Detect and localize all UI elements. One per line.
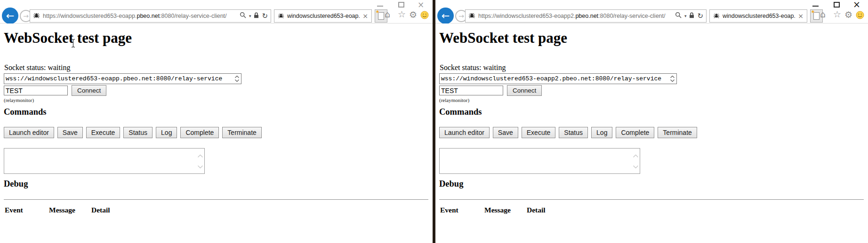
message-textarea[interactable] [439, 148, 640, 174]
refresh-icon[interactable]: ↻ [262, 12, 268, 20]
debug-table-header: Event Message Detail [5, 206, 110, 214]
endpoint-select[interactable]: wss://windowsclustered653-eoapp.pbeo.net… [4, 73, 241, 84]
tab-title: windowsclustered653-eoap... [287, 13, 360, 19]
log-button[interactable]: Log [156, 127, 177, 138]
debug-column-message: Message [49, 206, 91, 214]
browser-tab[interactable]: windowsclustered653-eoap... × [709, 9, 807, 23]
back-arrow-icon: ← [6, 10, 15, 22]
spinner-up-icon [670, 76, 675, 78]
window-maximize-button[interactable] [834, 2, 840, 8]
spinner-down-icon [670, 79, 675, 82]
window-close-button[interactable]: × [853, 0, 860, 9]
tab-favicon-spider-icon [278, 12, 284, 20]
url-path: :8080/relay-service-client/ [598, 13, 665, 19]
debug-table-header: Event Message Detail [440, 206, 546, 214]
site-favicon-spider-icon [33, 12, 40, 21]
url-prefix: https://windowsclustered653- [43, 13, 119, 19]
page-title: WebSocket test page [4, 30, 132, 47]
complete-button[interactable]: Complete [180, 127, 219, 138]
new-tab-star-icon: * [812, 8, 814, 16]
endpoint-select[interactable]: wss://windowsclustered653-eoapp2.pbeo.ne… [439, 73, 677, 84]
launch-editor-button[interactable]: Launch editor [439, 127, 490, 138]
scrollbar-down-icon[interactable] [633, 162, 638, 170]
refresh-icon[interactable]: ↻ [697, 12, 703, 20]
url-highlighted-segment: eoapp2 [554, 13, 574, 19]
back-button[interactable]: ← [2, 8, 18, 24]
command-button-row: Launch editor Save Execute Status Log Co… [439, 127, 697, 138]
url-text[interactable]: https://windowsclustered653-eoapp.pbeo.n… [43, 13, 237, 19]
search-dropdown-caret-icon[interactable]: ▾ [684, 14, 687, 18]
new-tab-page-icon: * [813, 12, 820, 20]
browser-window-left: ← → https://windowsclustered653-eoapp.pb… [0, 0, 433, 243]
home-icon[interactable]: ⌂ [820, 10, 826, 19]
text-ibeam-cursor [71, 39, 76, 50]
window-close-button[interactable]: × [418, 0, 424, 9]
security-lock-icon[interactable] [254, 12, 259, 20]
select-spinner[interactable] [234, 76, 241, 82]
new-tab-star-icon: * [376, 8, 379, 16]
relaymonitor-note: (relaymonitor) [4, 97, 34, 103]
debug-column-event: Event [5, 206, 49, 214]
window-maximize-button[interactable] [398, 2, 404, 8]
horizontal-rule [439, 199, 864, 200]
save-button[interactable]: Save [493, 127, 518, 138]
terminate-button[interactable]: Terminate [658, 127, 697, 138]
window-minimize-button[interactable] [812, 6, 819, 7]
execute-button[interactable]: Execute [522, 127, 556, 138]
complete-button[interactable]: Complete [616, 127, 654, 138]
socket-status-text: Socket status: waiting [4, 63, 70, 72]
settings-gear-icon[interactable]: ⚙ [844, 10, 852, 19]
favorites-star-icon[interactable]: ☆ [833, 10, 841, 19]
forward-arrow-icon: → [23, 12, 29, 20]
message-textarea[interactable] [4, 148, 205, 174]
window-minimize-button[interactable] [377, 6, 383, 7]
browser-chrome: ← → https://windowsclustered653-eoapp2.p… [435, 0, 868, 24]
commands-heading: Commands [439, 107, 482, 117]
back-button[interactable]: ← [437, 8, 454, 24]
new-tab-page-icon: * [378, 12, 384, 20]
back-arrow-icon: ← [442, 10, 450, 22]
security-lock-icon[interactable] [689, 12, 694, 20]
scrollbar-down-icon[interactable] [198, 162, 203, 170]
forward-arrow-icon: → [458, 12, 464, 20]
home-icon[interactable]: ⌂ [385, 10, 390, 19]
favorites-star-icon[interactable]: ☆ [398, 10, 406, 19]
debug-column-message: Message [484, 206, 527, 214]
tab-close-icon[interactable]: × [362, 13, 368, 19]
search-dropdown-caret-icon[interactable]: ▾ [249, 14, 251, 18]
address-bar-icons: ▾ ↻ [240, 12, 268, 20]
feedback-smiley-icon[interactable] [420, 11, 429, 21]
scrollbar-up-icon[interactable] [198, 151, 203, 159]
status-button[interactable]: Status [123, 127, 153, 138]
browser-chrome: ← → https://windowsclustered653-eoapp.pb… [0, 0, 433, 24]
execute-button[interactable]: Execute [86, 127, 121, 138]
status-button[interactable]: Status [559, 127, 588, 138]
debug-heading: Debug [4, 179, 28, 189]
command-button-row: Launch editor Save Execute Status Log Co… [4, 127, 262, 138]
save-button[interactable]: Save [57, 127, 83, 138]
log-button[interactable]: Log [591, 127, 612, 138]
debug-column-detail: Detail [527, 206, 546, 214]
launch-editor-button[interactable]: Launch editor [4, 127, 54, 138]
url-path: :8080/relay-service-client/ [160, 13, 226, 19]
connect-button[interactable]: Connect [507, 85, 542, 96]
client-id-input[interactable] [4, 86, 68, 95]
tab-close-icon[interactable]: × [798, 13, 804, 19]
settings-gear-icon[interactable]: ⚙ [409, 10, 417, 19]
endpoint-selected-value: wss://windowsclustered653-eoapp.pbeo.net… [4, 75, 234, 82]
browser-tab[interactable]: windowsclustered653-eoap... × [274, 9, 372, 23]
search-icon[interactable] [675, 12, 682, 20]
endpoint-selected-value: wss://windowsclustered653-eoapp2.pbeo.ne… [440, 75, 670, 82]
url-text[interactable]: https://windowsclustered653-eoapp2.pbeo.… [478, 13, 672, 19]
search-icon[interactable] [240, 12, 246, 20]
address-bar[interactable]: https://windowsclustered653-eoapp2.pbeo.… [465, 9, 707, 23]
select-spinner[interactable] [670, 76, 676, 82]
scrollbar-up-icon[interactable] [633, 151, 638, 159]
page-content: WebSocket test page Socket status: waiti… [0, 24, 433, 243]
address-bar[interactable]: https://windowsclustered653-eoapp.pbeo.n… [30, 9, 271, 23]
feedback-smiley-icon[interactable] [856, 11, 864, 21]
client-id-input[interactable] [439, 86, 503, 95]
url-highlighted-segment: eoapp [119, 13, 135, 19]
connect-button[interactable]: Connect [72, 85, 106, 96]
terminate-button[interactable]: Terminate [222, 127, 261, 138]
